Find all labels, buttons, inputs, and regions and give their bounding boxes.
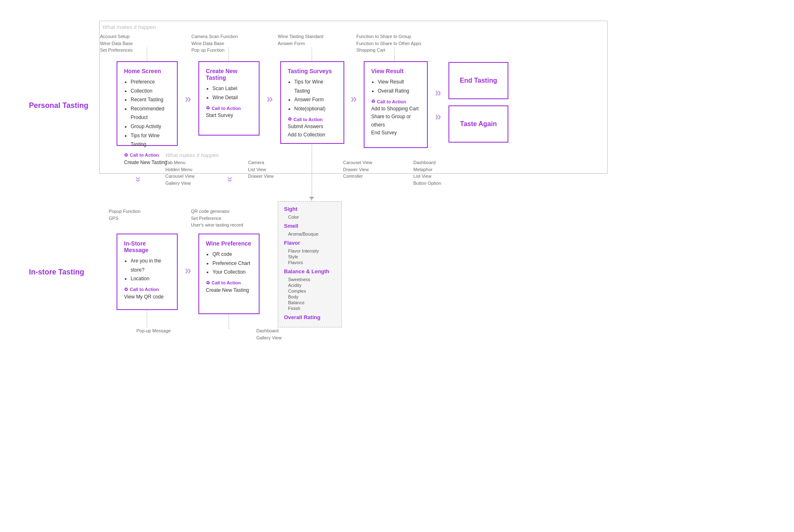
annotation-surveys-top: Wine Tasting Standard Answer Form [278, 33, 323, 47]
instore-tasting-label: In-store Tasting [29, 268, 84, 277]
wmih-label-top: What makes it happen [103, 24, 156, 30]
annotation-wine-pref-bottom2: Dashboard Gallery View [256, 327, 282, 341]
dashed-instore-bottom [147, 310, 147, 327]
taste-again-title: Taste Again [460, 120, 497, 128]
tasting-surveys-title: Tasting Surveys [288, 68, 337, 74]
taste-again-box: Taste Again [448, 105, 508, 143]
surveys-cta-label: ♻ Call to Action [288, 117, 337, 122]
personal-tasting-label: Personal Tasting [29, 101, 88, 110]
home-screen-cta-text: Create New Tasting [124, 159, 170, 167]
survey-detail-box: Sight Color Smell Aroma/Bouque Flavor Fl… [278, 201, 342, 327]
instore-message-box: In-Store Message Are you in the store? L… [117, 234, 178, 310]
dashed-create-top [229, 48, 229, 61]
instore-cta-text: View My QR code [124, 293, 170, 301]
instore-cta-label: ♻ Call to Action [124, 287, 170, 292]
annotation-home-bottom: Tab Menu Hidden Menu Carousel View Galle… [165, 159, 195, 186]
annotation-wine-pref-bottom: QR code generator Set Preference User's … [191, 208, 243, 229]
wine-preference-title: Wine Preference [206, 240, 252, 247]
end-tasting-box: End Tasting [448, 62, 508, 99]
chevron-down-1: » [134, 177, 143, 182]
dashed-home-top [147, 48, 147, 61]
instore-message-title: In-Store Message [124, 240, 170, 253]
wine-pref-cta-text: Create New Tasting [206, 286, 252, 294]
sight-label: Sight [284, 206, 336, 212]
chevron-5: » [435, 111, 441, 122]
flavor-intensity: Flavor Intensity [288, 248, 336, 253]
overall-rating-label: Overall Rating [284, 314, 336, 320]
balance-sweetness: Sweetness [288, 277, 336, 282]
chevron-down-2: » [225, 177, 235, 182]
annotation-instore-msg-bottom: Popup Function GPS [109, 208, 141, 222]
tasting-surveys-list: Tips for Wine Tasting Answer Form Note(o… [288, 78, 337, 113]
balance-label: Balance & Length [284, 268, 336, 274]
home-screen-title: Home Screen [124, 68, 170, 74]
cta-icon-home: ♻ [124, 153, 128, 158]
create-new-tasting-list: Scan Label Wine Detail [206, 84, 252, 102]
view-result-box: View Result View Result Overall Rating ♻… [364, 61, 428, 148]
chevron-2: » [267, 93, 273, 105]
instore-message-list: Are you in the store? Location [124, 257, 170, 284]
tasting-surveys-box: Tasting Surveys Tips for Wine Tasting An… [280, 61, 344, 144]
balance-balance: Balance [288, 300, 336, 305]
chevron-3: » [351, 93, 357, 105]
balance-acidity: Acidity [288, 283, 336, 288]
chevron-1: » [185, 93, 191, 105]
home-screen-box: Home Screen Preference Collection Recent… [117, 61, 178, 146]
home-screen-list: Preference Collection Recent Tasting Rec… [124, 78, 170, 149]
end-tasting-title: End Tasting [460, 77, 497, 84]
balance-body: Body [288, 294, 336, 299]
dashed-wine-pref-bottom [229, 314, 229, 329]
annotation-create-bottom: Camera List View Drawer View [248, 159, 274, 180]
view-result-cta-text: Add to Shopping Cart Share to Group or o… [371, 105, 420, 137]
create-cta-text: Start Survey [206, 112, 252, 119]
chevron-4: » [435, 87, 441, 98]
cta-icon-wine-pref: ♻ [206, 280, 210, 286]
create-new-tasting-title: Create New Tasting [206, 68, 252, 81]
cta-icon-create: ♻ [206, 105, 210, 111]
flavor-style: Style [288, 254, 336, 259]
annotation-surveys-bl: Carousel View Drawer View Controller [343, 159, 372, 180]
cta-icon-view-result: ♻ [371, 99, 375, 104]
view-result-cta-label: ♻ Call to Action [371, 99, 420, 104]
view-result-title: View Result [371, 68, 420, 74]
home-screen-cta-label: ♻ Call to Action [124, 153, 170, 158]
balance-complex: Complex [288, 289, 336, 293]
wine-preference-list: QR code Preference Chart Your Collection [206, 250, 252, 277]
annotation-surveys-br: Dashboard Metaphor List View Button Opti… [413, 159, 441, 186]
annotation-view-result-top: Function to Share to Group Function to S… [356, 33, 421, 54]
wmih-label-bottom: What makes it happen [165, 152, 219, 158]
view-result-list: View Result Overall Rating [371, 78, 420, 95]
flavor-flavors: Flavors [288, 260, 336, 265]
flavor-label: Flavor [284, 240, 336, 246]
annotation-create-top: Camera Scan Function Wine Data Base Pop … [191, 33, 238, 54]
smell-aroma: Aroma/Bouque [288, 231, 336, 236]
surveys-cta-text: Submit Answers Add to Collection [288, 123, 337, 138]
create-cta-label: ♻ Call to Action [206, 105, 252, 111]
create-new-tasting-box: Create New Tasting Scan Label Wine Detai… [198, 61, 260, 136]
smell-label: Smell [284, 223, 336, 229]
dashed-view-top [394, 48, 395, 61]
chevron-instore: » [185, 265, 191, 276]
wine-pref-cta-label: ♻ Call to Action [206, 280, 252, 286]
annotation-home-top: Account Setup Wine Data Base Set Prefere… [100, 33, 133, 54]
dashed-survey-box [312, 144, 312, 201]
diagram-container: What makes it happen Account Setup Wine … [0, 0, 794, 532]
cta-icon-surveys: ♻ [288, 117, 292, 122]
wine-preference-box: Wine Preference QR code Preference Chart… [198, 234, 260, 314]
cta-icon-instore: ♻ [124, 287, 128, 292]
annotation-instore-bottom2: Pop-up Message [136, 327, 171, 334]
balance-finish: Finish [288, 306, 336, 311]
dashed-surveys-top [312, 48, 312, 61]
sight-color: Color [288, 215, 336, 219]
